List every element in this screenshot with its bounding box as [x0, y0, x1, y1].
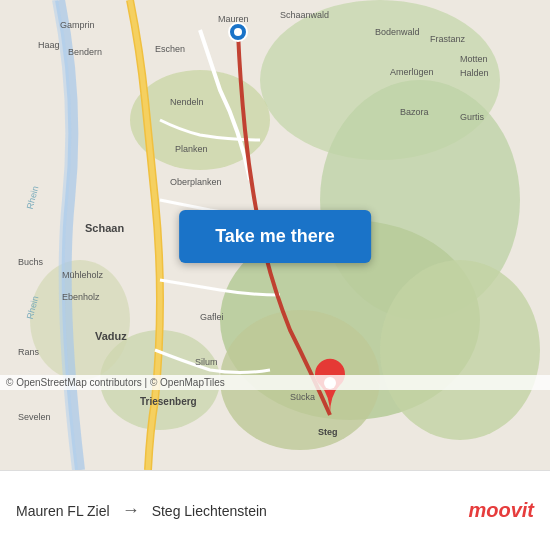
svg-text:Ebenholz: Ebenholz	[62, 292, 100, 302]
svg-text:Amerlügen: Amerlügen	[390, 67, 434, 77]
svg-text:Silum: Silum	[195, 357, 218, 367]
svg-text:Vaduz: Vaduz	[95, 330, 127, 342]
svg-text:Oberplanken: Oberplanken	[170, 177, 222, 187]
svg-text:Sevelen: Sevelen	[18, 412, 51, 422]
svg-text:Triesenberg: Triesenberg	[140, 396, 197, 407]
svg-text:Planken: Planken	[175, 144, 208, 154]
svg-text:Gaflei: Gaflei	[200, 312, 224, 322]
svg-text:Buchs: Buchs	[18, 257, 44, 267]
svg-text:Eschen: Eschen	[155, 44, 185, 54]
svg-point-40	[234, 28, 242, 36]
svg-text:Nendeln: Nendeln	[170, 97, 204, 107]
svg-text:Rans: Rans	[18, 347, 40, 357]
svg-text:Bazora: Bazora	[400, 107, 429, 117]
take-me-there-button[interactable]: Take me there	[179, 210, 371, 263]
svg-text:Halden: Halden	[460, 68, 489, 78]
svg-text:Haag: Haag	[38, 40, 60, 50]
svg-text:Mühleholz: Mühleholz	[62, 270, 104, 280]
route-info: Mauren FL Ziel → Steg Liechtenstein	[16, 500, 468, 521]
svg-text:Gurtis: Gurtis	[460, 112, 485, 122]
svg-text:Steg: Steg	[318, 427, 338, 437]
svg-text:Gamprin: Gamprin	[60, 20, 95, 30]
svg-text:Bodenwald: Bodenwald	[375, 27, 420, 37]
map-attribution: © OpenStreetMap contributors | © OpenMap…	[0, 375, 550, 390]
map-container: Mauren Gamprin Schaanwald Haag Bendern E…	[0, 0, 550, 470]
route-to-label: Steg Liechtenstein	[152, 503, 267, 519]
route-from-label: Mauren FL Ziel	[16, 503, 110, 519]
moovit-logo: moovit	[468, 499, 534, 522]
svg-text:Motten: Motten	[460, 54, 488, 64]
svg-text:Sücka: Sücka	[290, 392, 315, 402]
svg-point-4	[380, 260, 540, 440]
moovit-brand-text: moovit	[468, 499, 534, 522]
svg-text:Schaanwald: Schaanwald	[280, 10, 329, 20]
svg-text:Schaan: Schaan	[85, 222, 124, 234]
bottom-bar: Mauren FL Ziel → Steg Liechtenstein moov…	[0, 470, 550, 550]
svg-text:Frastanz: Frastanz	[430, 34, 466, 44]
svg-text:Mauren: Mauren	[218, 14, 249, 24]
route-arrow-icon: →	[122, 500, 140, 521]
svg-text:Bendern: Bendern	[68, 47, 102, 57]
